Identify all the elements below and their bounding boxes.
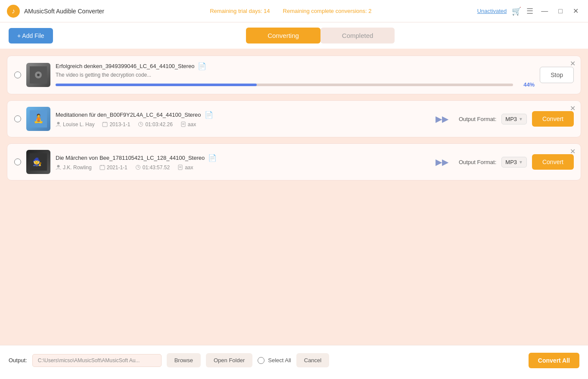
card-2-author: Louise L. Hay [56,121,94,127]
toolbar: + Add File Converting Completed [0,22,588,49]
card-2-date: 2013-1-1 [102,121,130,127]
cart-icon[interactable]: 🛒 [512,6,521,16]
card-3-header: 🧙 Die Märchen von Bee_1781105421_LC_128_… [14,150,574,174]
title-left: ♪ AMusicSoft Audible Converter [7,5,104,18]
trial-conversions: Remaining complete conversions: 2 [283,8,372,14]
tab-converting[interactable]: Converting [246,28,320,43]
card-3-meta: J.K. Rowling 2021-1-1 01:43:57.52 aax [56,165,425,171]
trial-days: Remaining trial days: 14 [210,8,270,14]
svg-point-17 [57,165,60,168]
card-2-title: Meditationen für den_B00F9Y2L4A_LC_64_44… [56,111,425,119]
card-1-checkbox[interactable] [14,71,21,78]
output-path: C:\Users\micso\AMusicSoft\AMusicSoft Au.… [32,354,162,367]
unactivated-link[interactable]: Unactivated [477,8,507,14]
card-1-header: Erfolgreich denken_3949399046_LC_64_4410… [14,62,574,88]
card-1-progress-pct: 44% [517,81,535,88]
svg-point-2 [37,74,40,76]
card-3-date: 2021-1-1 [100,165,128,171]
app-title: AMusicSoft Audible Converter [24,8,104,15]
card-1-right: Stop [540,67,574,83]
main-content: ✕ Erfolgreich denken_3949399046_LC_64_44… [0,49,588,345]
doc-icon-1: 📄 [198,62,206,70]
card-3-thumb: 🧙 [26,150,50,174]
chevron-down-icon-2: ▼ [519,117,523,121]
output-format-label-2: Output Format: [459,116,496,122]
card-3-checkbox[interactable] [14,158,21,165]
output-label: Output: [9,357,27,363]
card-2-info: Meditationen für den_B00F9Y2L4A_LC_64_44… [56,111,425,127]
output-format-label-3: Output Format: [459,159,496,165]
convert-all-button[interactable]: Convert All [529,353,579,368]
tab-group: Converting Completed [246,28,395,43]
card-1-info: Erfolgreich denken_3949399046_LC_64_4410… [56,62,535,88]
card-2-checkbox[interactable] [14,115,21,122]
doc-icon-2: 📄 [205,111,213,119]
add-file-label: + Add File [17,32,44,39]
app-logo: ♪ [7,5,20,18]
menu-icon[interactable]: ☰ [526,6,533,16]
close-card-2-button[interactable]: ✕ [570,104,576,112]
card-3-duration: 01:43:57.52 [135,165,170,171]
card-1-progress-bg [56,84,513,86]
convert-button-2[interactable]: Convert [532,111,574,127]
card-3-author: J.K. Rowling [56,165,92,171]
minimize-button[interactable]: — [538,6,551,16]
format-select-3[interactable]: MP3 ▼ [501,157,527,168]
tab-completed[interactable]: Completed [320,28,395,43]
trial-info-area: Remaining trial days: 14 Remaining compl… [210,8,371,14]
browse-button[interactable]: Browse [167,353,201,367]
card-3-format-ext: aax [177,165,193,171]
close-card-3-button[interactable]: ✕ [570,147,576,155]
card-3-right: Output Format: MP3 ▼ Convert [459,154,574,170]
card-3-info: Die Märchen von Bee_1781105421_LC_128_44… [56,154,425,171]
stop-button-1[interactable]: Stop [540,67,574,83]
close-card-1-button[interactable]: ✕ [570,59,576,68]
card-3-arrows: ▶▶ [436,157,448,167]
file-card-3: ✕ 🧙 Die Märchen von Bee_1781105421_LC_12… [7,143,581,180]
select-all-group: Select All [258,357,291,364]
cancel-button[interactable]: Cancel [296,353,329,367]
card-1-thumb [26,63,50,87]
card-2-header: 🧘 Meditationen für den_B00F9Y2L4A_LC_64_… [14,107,574,131]
bottom-bar: Output: C:\Users\micso\AMusicSoft\AMusic… [0,345,588,375]
svg-rect-6 [103,122,107,127]
card-1-status: The video is getting the decryption code… [56,72,535,78]
convert-button-3[interactable]: Convert [532,154,574,170]
card-3-title: Die Märchen von Bee_1781105421_LC_128_44… [56,154,425,162]
card-2-format-ext: aax [180,121,196,127]
select-all-label: Select All [268,357,291,363]
svg-text:🧙: 🧙 [32,157,42,167]
card-2-right: Output Format: MP3 ▼ Convert [459,111,574,127]
doc-icon-3: 📄 [208,154,217,162]
file-card-2: ✕ 🧘 Meditationen für den_B00F9Y2L4A_LC_6… [7,100,581,137]
svg-point-5 [57,122,60,124]
format-select-2[interactable]: MP3 ▼ [501,114,527,124]
select-all-radio[interactable] [258,357,264,364]
svg-rect-18 [100,165,105,170]
card-2-meta: Louise L. Hay 2013-1-1 01:03:42.26 aax [56,121,425,127]
card-1-progress-fill [56,84,257,86]
close-button[interactable]: ✕ [570,6,581,16]
card-2-thumb: 🧘 [26,107,50,131]
card-1-progress-row: 44% [56,81,535,88]
file-card-1: ✕ Erfolgreich denken_3949399046_LC_64_44… [7,56,581,94]
svg-text:🧘: 🧘 [33,113,44,124]
add-file-button[interactable]: + Add File [9,28,53,43]
title-right: Unactivated 🛒 ☰ — □ ✕ [477,6,581,16]
chevron-down-icon-3: ▼ [519,160,523,165]
card-2-arrows: ▶▶ [436,114,448,124]
title-bar: ♪ AMusicSoft Audible Converter Remaining… [0,0,588,22]
maximize-button[interactable]: □ [556,6,565,16]
card-1-title: Erfolgreich denken_3949399046_LC_64_4410… [56,62,535,70]
card-2-duration: 01:03:42.26 [138,121,172,127]
open-folder-button[interactable]: Open Folder [206,353,252,367]
